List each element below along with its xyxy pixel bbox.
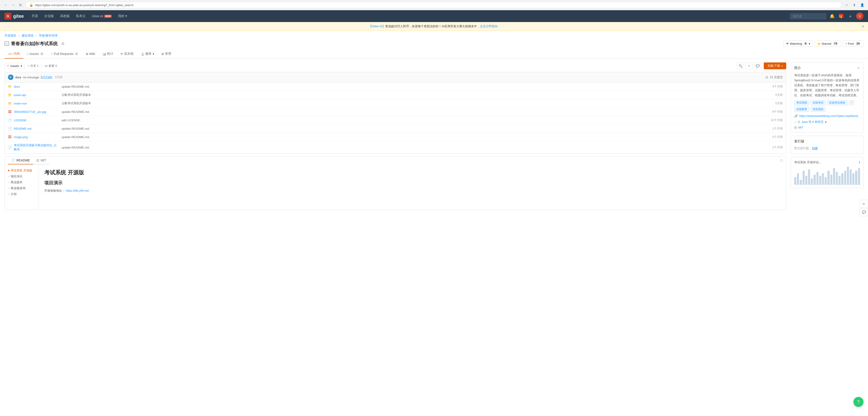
tab-issues[interactable]: □ Issues 0 [23,50,48,59]
chart-bar [813,174,815,185]
file-name-image[interactable]: image.png [14,135,59,139]
nav-university[interactable]: 高校版 [60,13,70,19]
chart-bar [819,176,821,185]
branch-count[interactable]: ⑂ 分支 1 [28,64,39,68]
readme-nav-item-demo[interactable]: 项目演示 [8,173,35,180]
eye-icon: 👁 [786,42,789,45]
readme-nav-item-consult[interactable]: 商业版咨询 [8,185,35,191]
bookmark-button[interactable]: ☆ [843,2,850,8]
clone-button[interactable]: 克隆/下载 ▾ [764,62,786,69]
close-icon[interactable]: ✕ [861,24,864,29]
lang-link[interactable]: Java 等 6 种语言 [802,120,824,124]
nav-private[interactable]: 私有云 [75,13,86,19]
user-profile-button[interactable]: 👤 [859,2,865,8]
watch-button[interactable]: 👁 Watching 8 ▾ [783,40,813,47]
search-input[interactable] [790,13,826,19]
tag-online-edu[interactable]: 在线教育 [794,107,809,112]
help-fab[interactable]: ? [854,397,864,407]
gitee-logo[interactable]: G gitee [4,13,24,20]
nav-mine[interactable]: 我的 ▾ [118,13,127,19]
tab-readme[interactable]: 📄 README [8,157,33,164]
chart-bar [808,169,810,185]
download-button[interactable]: ⬇ [851,2,858,8]
chart-bar [794,177,796,185]
nav-ai[interactable]: Gitee AI NEW [92,13,112,19]
tab-pipeline[interactable]: ⟳ 流水线 [117,50,137,59]
tab-code[interactable]: </> 代码 [4,50,23,59]
readme-nav-item-commercial[interactable]: 商业版本 [8,180,35,185]
file-name-docs[interactable]: docs [14,85,59,88]
tag-online-exam-system[interactable]: 在线考试系统 [827,100,847,105]
forward-button[interactable]: → [10,2,17,8]
settings-icon[interactable]: ⚙ [61,41,64,46]
address-bar[interactable]: 🔒 https://gitee.com/youth-is-as-pale-as-… [25,2,842,8]
readme-nav-item-opensource[interactable]: 考试系统 开源版 [8,168,35,173]
tab-stats[interactable]: 📊 统计 [99,50,117,59]
back-button[interactable]: ← [3,2,9,8]
chart-area [794,167,860,185]
fork-button[interactable]: ⑂ Fork 24 [843,40,864,47]
file-msg-image: update README.md. [62,135,770,139]
readme-expand-icon[interactable]: ⬡ [780,159,783,162]
breadcrumb-buildingsystem[interactable]: 建站系统 [22,34,34,37]
add-file-button[interactable]: + [746,62,752,69]
file-row: 🖼 3591699327718_.pic.jpg update README.m… [5,108,786,116]
empty-dot [8,176,9,177]
watch-count: 8 [804,42,808,45]
tags-label: 标签 0 [49,64,57,68]
readme-content: 考试系统 开源版 项目演示 商业版本 商业版咨询 [4,164,786,210]
commits-count[interactable]: 21 次提交 [770,75,783,79]
tab-prs[interactable]: ⑂ Pull Requests 0 [48,50,82,59]
avatar[interactable]: U [856,12,864,20]
tab-service[interactable]: ⚓ 服务 ▾ [137,50,158,59]
service-tab-icon: ⚓ [141,52,145,56]
license-link[interactable]: MIT [798,126,803,129]
readme-section: 📄 README ⚖ MIT ⬡ [4,156,786,210]
reload-button[interactable]: ↻ [17,2,24,8]
tab-wiki[interactable]: ⊞ Wiki [82,50,99,59]
new-badge: NEW [104,15,112,18]
breadcrumb-school[interactable]: 学校/教学管理 [39,34,58,37]
file-name-pic[interactable]: 3591699327718_.pic.jpg [14,110,59,114]
file-name-exam-api[interactable]: exam-api [14,93,59,97]
branch-select[interactable]: ⑂ master ▾ [4,63,25,69]
nav-opensource[interactable]: 开源 [31,13,38,19]
intro-header: 简介 ✏ [794,66,860,70]
bell-icon[interactable]: 🔔 [829,13,835,19]
edit-intro-icon[interactable]: ✏ [857,66,860,70]
file-name-license[interactable]: LICENSE [14,119,59,122]
gift-icon[interactable]: 🎁 [838,13,844,19]
tab-manage[interactable]: ⊞ 管理 [158,50,175,59]
breadcrumb-opensource[interactable]: 开源项目 [4,34,17,37]
file-name-readme[interactable]: README.md [14,127,59,130]
side-edit-button[interactable]: ✏ [860,200,868,208]
releases-title: 发行版 [794,139,804,143]
file-time-exam-vue: 5天前 [775,101,783,105]
tag-exam-system[interactable]: 考试系统 [794,100,809,105]
file-name-exam-vue[interactable]: exam-vue [14,102,59,105]
tags-count[interactable]: 🏷 标签 0 [45,64,57,68]
tab-mit[interactable]: ⚖ MIT [33,157,49,164]
readme-nav-item-intro[interactable]: 介绍 [8,191,35,197]
side-chat-button[interactable]: 💬 [860,208,868,216]
search-bar-button[interactable]: 🔍 [737,62,744,69]
comment-bar-button[interactable]: 💬 [754,62,761,69]
star-button[interactable]: ⭐ Starred 74 [815,40,841,47]
lang-chevron-icon[interactable]: ▾ [825,120,827,124]
tag-add-button[interactable]: + [849,100,855,105]
eval-info-icon[interactable]: ℹ [859,161,860,164]
right-panel: 简介 ✏ 考试系统是一款基于JAVA的开源系统，使用SpringBoot2.0+… [791,62,864,210]
readme-main-title: 考试系统 开源版 [44,169,781,176]
repo-url-link[interactable]: https://www.kaoshifeng.com/?plan=osyfdor… [799,114,859,118]
file-name-comparison[interactable]: 考试系统开源版与商业版对比_云帆培... [14,143,59,152]
commit-message: no message [23,75,39,79]
announcement-link[interactable]: 点击立即报名~ [480,25,499,28]
plus-icon[interactable]: ＋ [847,13,854,19]
nav-enterprise[interactable]: 企业版 [44,13,54,19]
commit-hash[interactable]: b717a91 [41,75,53,79]
demo-link[interactable]: https://lite.yfhl.net [66,189,89,192]
tag-training[interactable]: 培训系统 [810,107,826,112]
create-release-link[interactable]: 创建 [812,147,818,150]
tag-online-exam[interactable]: 在线考试 [810,100,826,105]
empty-dot [8,182,9,183]
